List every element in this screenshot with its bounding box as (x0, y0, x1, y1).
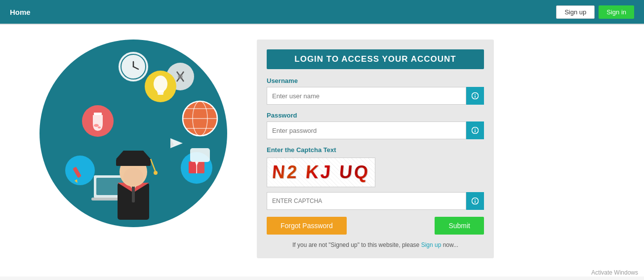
svg-rect-29 (189, 161, 197, 173)
password-icon-button[interactable] (466, 121, 484, 139)
info-icon-3 (472, 198, 479, 204)
password-label: Password (267, 112, 484, 119)
signup-note-prefix: If you are not "Signed up" to this websi… (292, 241, 421, 248)
username-group: Username (267, 77, 484, 105)
username-input[interactable] (267, 87, 466, 105)
circle-illustration (40, 40, 227, 227)
svg-rect-43 (116, 159, 151, 166)
svg-point-21 (94, 124, 99, 127)
svg-point-7 (178, 74, 183, 79)
svg-rect-55 (475, 201, 476, 203)
captcha-input-row (267, 192, 484, 210)
svg-marker-44 (116, 151, 151, 159)
captcha-image: N2 KJ UQ (267, 158, 375, 187)
username-input-row (267, 87, 484, 105)
captcha-icon-button[interactable] (466, 192, 484, 210)
username-label: Username (267, 77, 484, 84)
svg-rect-17 (157, 90, 164, 93)
username-icon-button[interactable] (466, 87, 484, 105)
signup-note: If you are not "Signed up" to this websi… (267, 241, 484, 248)
password-input-row (267, 121, 484, 139)
svg-rect-33 (190, 148, 210, 162)
captcha-text: N2 KJ UQ (271, 162, 371, 183)
login-panel: LOGIN TO ACCESS YOUR ACCOUNT Username Pa… (257, 40, 494, 258)
illustration-area (30, 35, 237, 227)
svg-point-46 (154, 171, 158, 175)
form-buttons: Forgot Password Submit (267, 217, 484, 235)
illustration-svg (40, 40, 227, 227)
svg-rect-52 (475, 130, 476, 133)
signup-button[interactable]: Sign up (556, 5, 595, 19)
svg-point-42 (123, 168, 143, 186)
info-icon-2 (472, 127, 479, 134)
captcha-group: Enter the Captcha Text N2 KJ UQ (267, 146, 484, 210)
captcha-input[interactable] (267, 192, 466, 210)
svg-point-54 (475, 200, 476, 200)
navbar-buttons: Sign up Sign in (556, 5, 634, 19)
svg-point-22 (98, 126, 101, 128)
captcha-label: Enter the Captcha Text (267, 146, 484, 154)
svg-rect-18 (158, 93, 163, 95)
signup-note-suffix: now... (441, 241, 458, 248)
info-icon (472, 92, 479, 99)
submit-button[interactable]: Submit (435, 217, 484, 235)
svg-point-23 (65, 156, 95, 185)
home-link[interactable]: Home (10, 8, 31, 16)
forgot-password-button[interactable]: Forgot Password (267, 217, 347, 235)
activate-windows-text: Activate Windows (591, 269, 638, 276)
login-header: LOGIN TO ACCESS YOUR ACCOUNT (267, 49, 484, 69)
svg-line-45 (151, 159, 156, 172)
password-input[interactable] (267, 121, 466, 139)
svg-rect-40 (132, 185, 135, 202)
navbar: Home Sign up Sign in (0, 0, 644, 24)
svg-point-48 (475, 94, 476, 95)
svg-rect-49 (475, 96, 476, 98)
svg-rect-20 (94, 113, 102, 115)
svg-point-51 (475, 129, 476, 130)
signup-note-link[interactable]: Sign up (421, 241, 442, 248)
password-group: Password (267, 112, 484, 139)
signin-button[interactable]: Sign in (599, 5, 634, 19)
main-content: LOGIN TO ACCESS YOUR ACCOUNT Username Pa… (0, 25, 644, 277)
svg-point-16 (154, 76, 167, 92)
